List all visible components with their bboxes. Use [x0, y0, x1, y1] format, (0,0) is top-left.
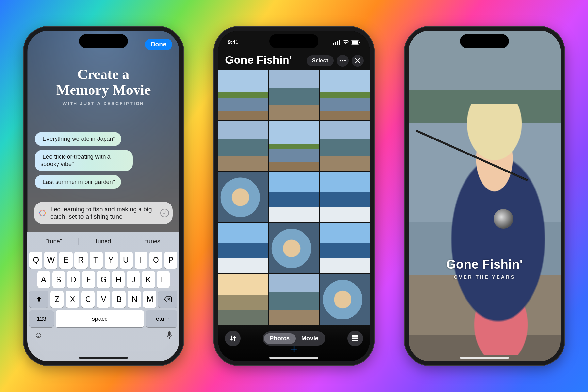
text-caret — [123, 214, 123, 220]
svg-rect-15 — [354, 335, 356, 337]
select-button[interactable]: Select — [307, 55, 334, 66]
suggestion-chip[interactable]: "Last summer in our garden" — [35, 175, 121, 189]
photo-thumbnail[interactable] — [269, 172, 319, 222]
prompt-input[interactable]: Leo learning to fish and making a big ca… — [34, 202, 173, 224]
svg-rect-21 — [354, 340, 356, 341]
kbd-key[interactable]: I — [135, 252, 148, 269]
kbd-key[interactable]: Z — [50, 291, 64, 308]
kbd-key[interactable]: S — [52, 271, 65, 288]
hero-subtitle: WITH JUST A DESCRIPTION — [27, 101, 179, 106]
kbd-key[interactable]: N — [128, 291, 141, 308]
photo-thumbnail[interactable] — [320, 172, 370, 222]
photo-thumbnail[interactable] — [320, 70, 370, 120]
suggestion-chip-list: "Everything we ate in Japan" "Leo trick-… — [35, 132, 172, 189]
photo-thumbnail[interactable] — [218, 172, 268, 222]
kbd-key[interactable]: C — [81, 291, 95, 308]
photo-thumbnail[interactable] — [218, 70, 268, 120]
photo-thumbnail[interactable] — [320, 274, 370, 325]
kbd-key[interactable]: L — [157, 271, 170, 288]
kbd-backspace-key[interactable] — [158, 291, 177, 308]
kbd-key[interactable]: F — [82, 271, 95, 288]
layout-button[interactable] — [347, 331, 363, 346]
photo-thumbnail[interactable] — [218, 274, 268, 325]
kbd-key[interactable]: H — [112, 271, 125, 288]
svg-rect-4 — [333, 43, 334, 45]
kbd-return-key[interactable]: return — [146, 310, 177, 327]
home-indicator[interactable] — [460, 357, 509, 359]
phone-2: 9:41 Gone Fishin' Select — [213, 26, 374, 366]
kbd-suggestion[interactable]: "tune" — [29, 238, 78, 245]
close-button[interactable] — [352, 55, 364, 67]
kbd-key[interactable]: O — [149, 252, 162, 269]
kbd-key[interactable]: Q — [29, 252, 42, 269]
kbd-key[interactable]: A — [37, 271, 50, 288]
photo-thumbnail[interactable] — [218, 121, 268, 172]
kbd-row: 123 space return — [29, 310, 177, 327]
marketing-stage: Done Create a Memory Movie WITH JUST A D… — [0, 0, 588, 392]
svg-rect-3 — [168, 331, 171, 336]
kbd-key[interactable]: R — [74, 252, 88, 269]
kbd-key[interactable]: K — [142, 271, 155, 288]
submit-check-icon[interactable]: ✓ — [160, 209, 169, 217]
kbd-key[interactable]: V — [97, 291, 110, 308]
battery-icon — [351, 40, 360, 45]
kbd-key[interactable]: W — [44, 252, 57, 269]
home-indicator[interactable] — [79, 357, 128, 359]
kbd-row: Q W E R T Y U I O P — [29, 252, 177, 269]
home-indicator[interactable] — [270, 357, 318, 359]
add-button[interactable]: ＋ — [288, 341, 300, 356]
svg-rect-17 — [352, 338, 354, 339]
kbd-suggestion[interactable]: tunes — [128, 238, 177, 245]
kbd-key[interactable]: J — [127, 271, 140, 288]
photo-thumbnail[interactable] — [269, 274, 319, 325]
kbd-key[interactable]: E — [59, 252, 73, 269]
kbd-suggestion[interactable]: tuned — [78, 238, 128, 245]
svg-rect-20 — [352, 340, 354, 341]
photo-thumbnail[interactable] — [269, 121, 319, 172]
photo-thumbnail[interactable] — [269, 70, 319, 120]
memory-title-block: Gone Fishin' OVER THE YEARS — [409, 257, 561, 280]
kbd-row: Z X C V B N M — [29, 291, 177, 308]
photo-thumbnail[interactable] — [218, 223, 268, 274]
album-actions: Select — [307, 55, 364, 67]
kbd-key[interactable]: X — [66, 291, 79, 308]
phone-1: Done Create a Memory Movie WITH JUST A D… — [23, 26, 184, 366]
kbd-row: A S D F G H J K L — [29, 271, 177, 288]
dynamic-island — [270, 34, 318, 48]
suggestion-chip[interactable]: "Leo trick-or-treating with a spooky vib… — [35, 150, 133, 171]
cellular-icon — [333, 40, 340, 45]
hero-title-line1: Create a — [77, 66, 129, 82]
kbd-key[interactable]: P — [164, 252, 177, 269]
hero-title-line2: Memory Movie — [56, 82, 151, 98]
sort-button[interactable] — [225, 331, 241, 346]
dictation-mic-icon[interactable] — [166, 331, 173, 340]
kbd-key[interactable]: T — [90, 252, 103, 269]
more-button[interactable] — [337, 55, 349, 67]
kbd-123-key[interactable]: 123 — [29, 310, 54, 327]
kbd-shift-key[interactable] — [29, 291, 48, 308]
segment-movie[interactable]: Movie — [296, 333, 324, 344]
kbd-key[interactable]: U — [120, 252, 133, 269]
suggestion-chip[interactable]: "Everything we ate in Japan" — [35, 132, 121, 146]
photo-thumbnail[interactable] — [320, 121, 370, 172]
ios-keyboard[interactable]: "tune" tuned tunes Q W E R T Y U I O P — [27, 232, 179, 361]
svg-rect-7 — [339, 40, 340, 45]
done-button[interactable]: Done — [145, 39, 172, 50]
keyboard-suggestion-bar[interactable]: "tune" tuned tunes — [29, 234, 177, 249]
kbd-key[interactable]: Y — [105, 252, 118, 269]
screen-memory-cover[interactable]: Gone Fishin' OVER THE YEARS — [409, 31, 561, 361]
kbd-space-key[interactable]: space — [56, 310, 144, 327]
memory-title: Gone Fishin' — [409, 257, 561, 271]
photo-grid[interactable] — [218, 70, 370, 325]
photo-thumbnail[interactable] — [269, 223, 319, 274]
kbd-key[interactable]: G — [97, 271, 110, 288]
sort-arrows-icon — [229, 335, 237, 342]
kbd-key[interactable]: D — [67, 271, 80, 288]
kbd-key[interactable]: M — [143, 291, 156, 308]
hero-heading: Create a Memory Movie WITH JUST A DESCRI… — [27, 67, 179, 106]
shift-icon — [35, 296, 42, 303]
photo-thumbnail[interactable] — [320, 223, 370, 274]
emoji-icon[interactable]: ☺ — [34, 330, 43, 340]
kbd-key[interactable]: B — [112, 291, 125, 308]
svg-rect-18 — [354, 338, 356, 339]
